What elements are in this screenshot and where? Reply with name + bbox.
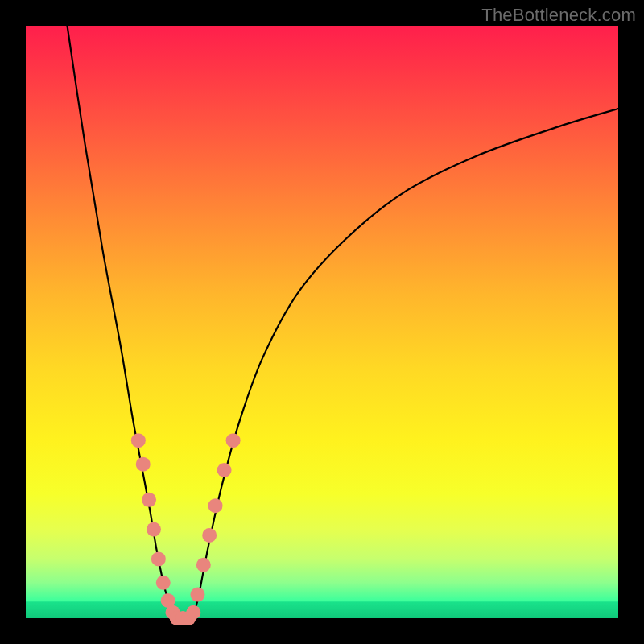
curve-layer (26, 26, 618, 618)
chart-stage: TheBottleneck.com (0, 0, 644, 644)
marker-dot (147, 522, 161, 537)
marker-dot (208, 498, 223, 513)
marker-dot (156, 576, 171, 590)
marker-dot (186, 605, 200, 620)
marker-dot (151, 551, 166, 566)
marker-dot (226, 433, 241, 448)
right-curve (192, 109, 618, 618)
watermark-text: TheBottleneck.com (481, 5, 636, 26)
marker-dot (217, 463, 232, 477)
marker-dot (196, 558, 211, 572)
marker-dots (131, 433, 241, 625)
plot-area (26, 26, 618, 618)
marker-dot (131, 433, 146, 448)
marker-dot (202, 528, 217, 543)
marker-dot (190, 588, 204, 602)
marker-dot (142, 493, 156, 507)
marker-dot (136, 457, 151, 472)
